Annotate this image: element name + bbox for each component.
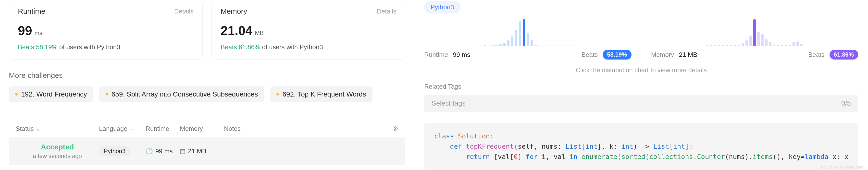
col-notes-header: Notes (224, 125, 386, 133)
language-pill: Python3 (99, 146, 130, 156)
submission-row[interactable]: Accepted a few seconds ago Python3 🕑 99 … (9, 137, 405, 165)
memory-title: Memory (221, 7, 247, 15)
runtime-cell: 99 ms (155, 147, 173, 155)
memory-unit: MB (255, 30, 264, 36)
memory-beats-pill: 61.86% (830, 50, 858, 60)
chevron-down-icon: ⌄ (130, 126, 134, 132)
memory-beats: Beats 61.86% of users with Python3 (221, 43, 396, 51)
runtime-card: Runtime Details 99 ms Beats 58.19% of us… (9, 0, 203, 60)
submitted-code: class Solution: def topKFrequent(self, n… (424, 123, 858, 170)
watermark: CSDN @GoldenaArcher (821, 165, 864, 170)
tags-select-input[interactable]: Select tags 0/5 (424, 95, 858, 112)
status-text: Accepted (41, 143, 74, 151)
difficulty-dot-icon (105, 93, 108, 96)
runtime-unit: ms (35, 30, 42, 36)
memory-cell: 21 MB (188, 147, 206, 155)
difficulty-dot-icon (276, 93, 279, 96)
memory-dist-label: Memory (651, 51, 674, 59)
beats-label: Beats (582, 51, 598, 59)
challenge-label: 692. Top K Frequent Words (282, 91, 366, 98)
col-status-header[interactable]: Status ⌄ (16, 125, 99, 133)
challenge-label: 659. Split Array into Consecutive Subseq… (112, 91, 258, 98)
memory-card: Memory Details 21.04 MB Beats 61.86% of … (212, 0, 405, 60)
status-time: a few seconds ago (33, 152, 82, 160)
tags-count: 0/5 (841, 99, 851, 107)
gear-icon[interactable]: ⚙ (393, 125, 399, 132)
chip-icon: ▤ (180, 148, 186, 155)
runtime-value: 99 (18, 23, 32, 38)
clock-icon: 🕑 (146, 148, 153, 155)
difficulty-dot-icon (15, 93, 18, 96)
submissions-table: Status ⌄ Language ⌄ Runtime Memory Notes… (9, 116, 405, 170)
runtime-beats-pill: 58.19% (602, 50, 631, 60)
runtime-distribution-chart[interactable] (424, 19, 631, 46)
runtime-title: Runtime (18, 7, 45, 15)
distribution-hint: Click the distribution chart to view mor… (424, 66, 858, 74)
memory-distribution-chart[interactable] (651, 19, 858, 46)
more-challenges-title: More challenges (9, 71, 405, 79)
challenge-chip[interactable]: 692. Top K Frequent Words (270, 87, 372, 102)
col-language-header[interactable]: Language ⌄ (99, 125, 146, 133)
tags-placeholder: Select tags (432, 99, 466, 107)
memory-dist-value: 21 MB (679, 51, 698, 59)
col-memory-header: Memory (180, 125, 224, 133)
related-tags-title: Related Tags (424, 83, 858, 91)
memory-details-link[interactable]: Details (377, 8, 396, 15)
challenge-chip[interactable]: 192. Word Frequency (9, 87, 93, 102)
col-runtime-header: Runtime (146, 125, 180, 133)
runtime-dist-label: Runtime (424, 51, 448, 59)
runtime-dist-value: 99 ms (453, 51, 470, 59)
challenge-chip[interactable]: 659. Split Array into Consecutive Subseq… (99, 87, 265, 102)
challenge-label: 192. Word Frequency (21, 91, 87, 98)
memory-value: 21.04 (221, 23, 252, 38)
language-tag[interactable]: Python3 (424, 1, 460, 13)
beats-label: Beats (808, 51, 825, 59)
chevron-down-icon: ⌄ (36, 126, 40, 132)
submission-row[interactable]: Accepted Python3 🕑 97 ms ▤ 21 MB ＋ Notes (9, 165, 405, 170)
runtime-beats: Beats 58.19% of users with Python3 (18, 43, 194, 51)
runtime-details-link[interactable]: Details (174, 8, 194, 15)
